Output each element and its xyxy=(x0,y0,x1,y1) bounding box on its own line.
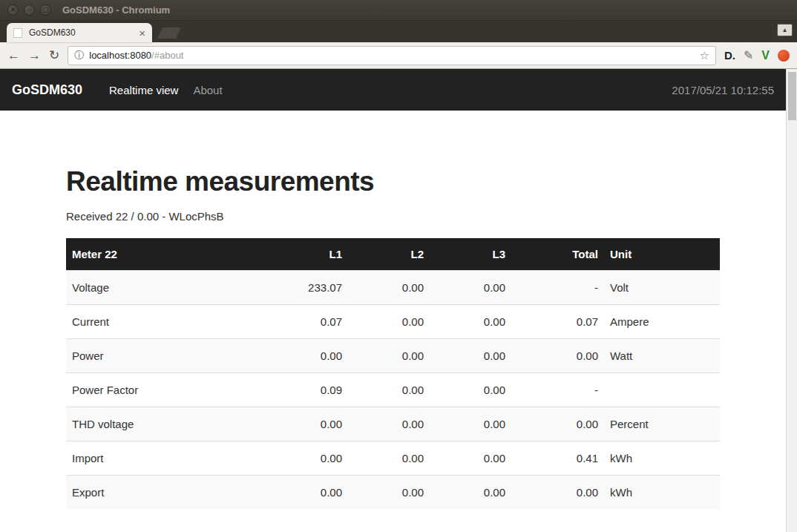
value-cell: 0.09 xyxy=(266,373,348,407)
window-minimize-button[interactable]: − xyxy=(24,4,35,16)
navbar-brand[interactable]: GoSDM630 xyxy=(12,82,82,98)
table-row: Voltage233.070.000.00-Volt xyxy=(66,271,720,305)
column-header: L3 xyxy=(430,238,511,271)
value-cell: 0.07 xyxy=(266,305,348,339)
app-navbar: GoSDM630 Realtime view About 2017/05/21 … xyxy=(0,69,786,111)
maximize-icon: ▢ xyxy=(42,6,49,13)
url-host: localhost:8080 xyxy=(89,50,151,61)
minimize-icon: − xyxy=(27,6,31,13)
page-scrollbar[interactable] xyxy=(786,69,797,532)
unit-cell: Volt xyxy=(604,271,720,305)
window-titlebar: ✕ − ▢ GoSDM630 - Chromium xyxy=(0,0,797,21)
column-header: Unit xyxy=(604,238,720,271)
value-cell: 0.00 xyxy=(266,476,348,510)
navbar-timestamp: 2017/05/21 10:12:55 xyxy=(672,84,774,96)
address-bar[interactable]: ⓘ localhost:8080 /#about ☆ xyxy=(68,46,716,65)
scrollbar-thumb[interactable] xyxy=(788,72,796,120)
url-path: /#about xyxy=(151,50,183,61)
nav-item-realtime-view[interactable]: Realtime view xyxy=(102,84,186,96)
page-title: Realtime measurements xyxy=(66,166,720,197)
metric-label: Export xyxy=(66,476,266,510)
column-header: Meter 22 xyxy=(66,238,266,271)
window-close-button[interactable]: ✕ xyxy=(7,4,19,16)
measurements-table: Meter 22L1L2L3TotalUnit Voltage233.070.0… xyxy=(66,238,720,509)
bookmark-star-icon[interactable]: ☆ xyxy=(699,49,709,62)
unit-cell: kWh xyxy=(604,476,720,510)
table-row: THD voltage0.000.000.000.00Percent xyxy=(66,407,720,441)
value-cell: - xyxy=(511,373,604,407)
value-cell: 233.07 xyxy=(266,271,348,305)
value-cell: 0.00 xyxy=(430,339,511,373)
favicon-icon xyxy=(13,28,22,38)
value-cell: 0.00 xyxy=(348,305,430,339)
unit-cell: kWh xyxy=(604,441,720,476)
tab-title: GoSDM630 xyxy=(29,27,139,38)
nav-item-about[interactable]: About xyxy=(186,84,229,96)
page-content: GoSDM630 Realtime view About 2017/05/21 … xyxy=(0,69,786,532)
browser-toolbar: ← → ↻ ⓘ localhost:8080 /#about ☆ D. ✎ V xyxy=(0,42,797,69)
value-cell: 0.00 xyxy=(266,441,348,476)
extension-v-icon[interactable]: V xyxy=(761,50,770,62)
page-info-icon[interactable]: ⓘ xyxy=(74,49,84,62)
value-cell: 0.00 xyxy=(348,339,430,373)
value-cell: 0.00 xyxy=(348,271,430,305)
new-tab-button[interactable] xyxy=(157,27,181,39)
extension-d-icon[interactable]: D. xyxy=(724,50,735,61)
value-cell: 0.00 xyxy=(266,407,348,441)
window-maximize-button[interactable]: ▢ xyxy=(40,4,51,16)
unit-cell: Watt xyxy=(604,339,720,373)
value-cell: 0.00 xyxy=(430,305,511,339)
metric-label: Power xyxy=(66,339,266,373)
window-restore-button[interactable]: ▲ xyxy=(777,24,793,36)
value-cell: 0.00 xyxy=(348,476,430,510)
window-title: GoSDM630 - Chromium xyxy=(62,4,170,16)
table-header-row: Meter 22L1L2L3TotalUnit xyxy=(66,238,720,271)
value-cell: 0.00 xyxy=(348,407,430,441)
value-cell: 0.41 xyxy=(511,441,604,476)
value-cell: 0.00 xyxy=(511,407,604,441)
column-header: L1 xyxy=(266,238,348,271)
back-button[interactable]: ← xyxy=(7,49,20,62)
tab-close-icon[interactable]: × xyxy=(139,27,145,39)
value-cell: 0.00 xyxy=(348,441,430,476)
value-cell: 0.00 xyxy=(511,476,604,510)
metric-label: THD voltage xyxy=(66,407,266,441)
value-cell: 0.07 xyxy=(511,305,604,339)
table-row: Power0.000.000.000.00Watt xyxy=(66,339,720,373)
value-cell: 0.00 xyxy=(430,476,511,510)
value-cell: 0.00 xyxy=(266,339,348,373)
metric-label: Import xyxy=(66,441,266,476)
value-cell: 0.00 xyxy=(348,373,430,407)
unit-cell: Percent xyxy=(604,407,720,441)
table-row: Export0.000.000.000.00kWh xyxy=(66,476,720,510)
browser-menu-update-icon[interactable] xyxy=(778,50,790,62)
metric-label: Current xyxy=(66,305,266,339)
value-cell: 0.00 xyxy=(430,373,511,407)
column-header: Total xyxy=(511,238,604,271)
metric-label: Power Factor xyxy=(66,373,266,407)
table-row: Power Factor0.090.000.00- xyxy=(66,373,720,407)
metric-label: Voltage xyxy=(66,271,266,305)
status-line: Received 22 / 0.00 - WLocPhsB xyxy=(66,210,720,223)
table-row: Current0.070.000.000.07Ampere xyxy=(66,305,720,339)
table-row: Import0.000.000.000.41kWh xyxy=(66,441,720,476)
tab-strip: GoSDM630 × ▲ xyxy=(0,21,797,42)
value-cell: 0.00 xyxy=(430,407,511,441)
restore-icon: ▲ xyxy=(782,27,788,33)
content-container: Realtime measurements Received 22 / 0.00… xyxy=(66,166,720,509)
column-header: L2 xyxy=(348,238,430,271)
browser-tab[interactable]: GoSDM630 × xyxy=(7,23,152,42)
value-cell: - xyxy=(511,271,604,305)
unit-cell: Ampere xyxy=(604,305,720,339)
value-cell: 0.00 xyxy=(430,271,511,305)
table-body: Voltage233.070.000.00-VoltCurrent0.070.0… xyxy=(66,271,720,510)
forward-button[interactable]: → xyxy=(28,49,41,62)
reload-button[interactable]: ↻ xyxy=(49,49,59,62)
value-cell: 0.00 xyxy=(430,441,511,476)
browser-viewport: GoSDM630 Realtime view About 2017/05/21 … xyxy=(0,69,797,532)
close-icon: ✕ xyxy=(10,6,16,13)
value-cell: 0.00 xyxy=(511,339,604,373)
extension-feather-icon[interactable]: ✎ xyxy=(744,50,753,62)
unit-cell xyxy=(604,373,720,407)
